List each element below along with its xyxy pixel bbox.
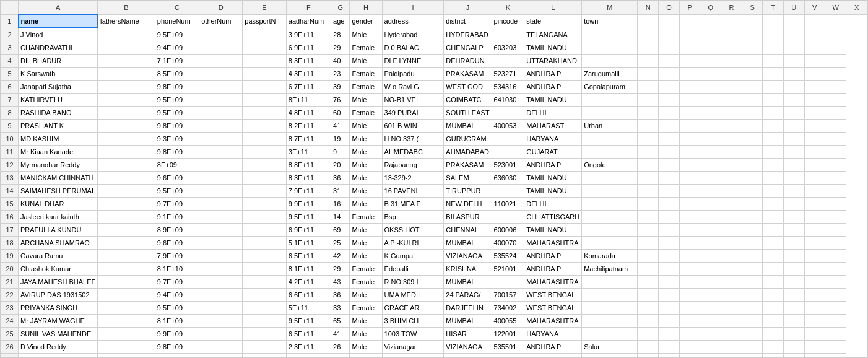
- cell-W21[interactable]: [825, 276, 846, 289]
- cell-W11[interactable]: [825, 146, 846, 159]
- cell-R12[interactable]: [721, 159, 742, 172]
- cell-T4[interactable]: [763, 55, 783, 68]
- cell-R13[interactable]: [721, 172, 742, 185]
- cell-J12[interactable]: PRAKASAM: [444, 159, 492, 172]
- cell-T24[interactable]: [763, 315, 783, 328]
- cell-S15[interactable]: [742, 198, 763, 211]
- cell-W23[interactable]: [825, 302, 846, 315]
- cell-W27[interactable]: [825, 354, 846, 359]
- cell-O21[interactable]: [659, 276, 680, 289]
- cell-S2[interactable]: [742, 28, 763, 41]
- col-header-N[interactable]: N: [638, 1, 659, 15]
- cell-R15[interactable]: [721, 198, 742, 211]
- cell-D4[interactable]: [199, 55, 243, 68]
- cell-D9[interactable]: [199, 120, 243, 133]
- cell-S17[interactable]: [742, 224, 763, 237]
- cell-J2[interactable]: HYDERABAD: [444, 28, 492, 41]
- col-header-T[interactable]: T: [763, 1, 783, 15]
- cell-K23[interactable]: 734002: [492, 302, 524, 315]
- cell-H25[interactable]: Male: [350, 328, 382, 341]
- cell-A15[interactable]: KUNAL DHAR: [19, 198, 98, 211]
- cell-R9[interactable]: [721, 120, 742, 133]
- cell-O15[interactable]: [659, 198, 680, 211]
- cell-W6[interactable]: [825, 81, 846, 94]
- cell-U7[interactable]: [783, 94, 804, 107]
- cell-K2[interactable]: [492, 28, 524, 41]
- cell-L20[interactable]: ANDHRA P: [524, 263, 582, 276]
- cell-T7[interactable]: [763, 94, 783, 107]
- cell-B1[interactable]: fathersName: [98, 14, 155, 28]
- cell-U14[interactable]: [783, 185, 804, 198]
- cell-L4[interactable]: UTTARAKHAND: [524, 55, 582, 68]
- cell-C3[interactable]: 9.4E+09: [155, 41, 199, 55]
- cell-J19[interactable]: VIZIANAGA: [444, 250, 492, 263]
- cell-W10[interactable]: [825, 133, 846, 146]
- cell-M24[interactable]: [582, 315, 638, 328]
- cell-I27[interactable]: Balijagadd: [382, 354, 444, 359]
- cell-J4[interactable]: DEHRADUN: [444, 55, 492, 68]
- cell-I8[interactable]: 349 PURAI: [382, 107, 444, 120]
- cell-W19[interactable]: [825, 250, 846, 263]
- cell-C5[interactable]: 8.5E+09: [155, 68, 199, 81]
- cell-A20[interactable]: Ch ashok Kumar: [19, 263, 98, 276]
- cell-A18[interactable]: ARCHANA SHAMRAO: [19, 237, 98, 250]
- cell-A11[interactable]: Mr Kiaan Kanade: [19, 146, 98, 159]
- cell-G23[interactable]: 33: [331, 302, 350, 315]
- cell-Q6[interactable]: [700, 81, 721, 94]
- cell-P4[interactable]: [679, 55, 700, 68]
- cell-E6[interactable]: [243, 81, 287, 94]
- cell-V1[interactable]: [804, 14, 825, 28]
- cell-G15[interactable]: 16: [331, 198, 350, 211]
- cell-I19[interactable]: K Gumpa: [382, 250, 444, 263]
- cell-G18[interactable]: 25: [331, 237, 350, 250]
- cell-O9[interactable]: [659, 120, 680, 133]
- cell-E13[interactable]: [243, 172, 287, 185]
- cell-M6[interactable]: Gopalapuram: [582, 81, 638, 94]
- cell-B4[interactable]: [98, 55, 155, 68]
- cell-L8[interactable]: DELHI: [524, 107, 582, 120]
- cell-S1[interactable]: [742, 14, 763, 28]
- cell-B22[interactable]: [98, 289, 155, 302]
- cell-L15[interactable]: DELHI: [524, 198, 582, 211]
- cell-J17[interactable]: CHENNAI: [444, 224, 492, 237]
- cell-O19[interactable]: [659, 250, 680, 263]
- cell-N3[interactable]: [638, 41, 659, 55]
- cell-P27[interactable]: [679, 354, 700, 359]
- cell-O20[interactable]: [659, 263, 680, 276]
- cell-P20[interactable]: [679, 263, 700, 276]
- cell-M8[interactable]: [582, 107, 638, 120]
- cell-C17[interactable]: 8.9E+09: [155, 224, 199, 237]
- cell-F27[interactable]: 2.7E+11: [286, 354, 331, 359]
- cell-S21[interactable]: [742, 276, 763, 289]
- cell-G27[interactable]: 39: [331, 354, 350, 359]
- cell-I23[interactable]: GRACE AR: [382, 302, 444, 315]
- cell-P11[interactable]: [679, 146, 700, 159]
- cell-J20[interactable]: KRISHNA: [444, 263, 492, 276]
- cell-G4[interactable]: 40: [331, 55, 350, 68]
- cell-H2[interactable]: Male: [350, 28, 382, 41]
- cell-O5[interactable]: [659, 68, 680, 81]
- cell-U8[interactable]: [783, 107, 804, 120]
- cell-C13[interactable]: 9.6E+09: [155, 172, 199, 185]
- cell-P5[interactable]: [679, 68, 700, 81]
- cell-S19[interactable]: [742, 250, 763, 263]
- cell-V5[interactable]: [804, 68, 825, 81]
- cell-H1[interactable]: gender: [350, 14, 382, 28]
- cell-R8[interactable]: [721, 107, 742, 120]
- cell-N17[interactable]: [638, 224, 659, 237]
- cell-D21[interactable]: [199, 276, 243, 289]
- cell-E1[interactable]: passportN: [243, 14, 287, 28]
- cell-M18[interactable]: [582, 237, 638, 250]
- cell-I13[interactable]: 13-329-2: [382, 172, 444, 185]
- cell-I20[interactable]: Edepalli: [382, 263, 444, 276]
- cell-D27[interactable]: [199, 354, 243, 359]
- cell-A12[interactable]: My manohar Reddy: [19, 159, 98, 172]
- cell-J16[interactable]: BILASPUR: [444, 211, 492, 224]
- cell-A27[interactable]: K Vijay Kumar: [19, 354, 98, 359]
- cell-T19[interactable]: [763, 250, 783, 263]
- cell-S18[interactable]: [742, 237, 763, 250]
- cell-Q25[interactable]: [700, 328, 721, 341]
- cell-E9[interactable]: [243, 120, 287, 133]
- cell-B16[interactable]: [98, 211, 155, 224]
- cell-O26[interactable]: [659, 341, 680, 354]
